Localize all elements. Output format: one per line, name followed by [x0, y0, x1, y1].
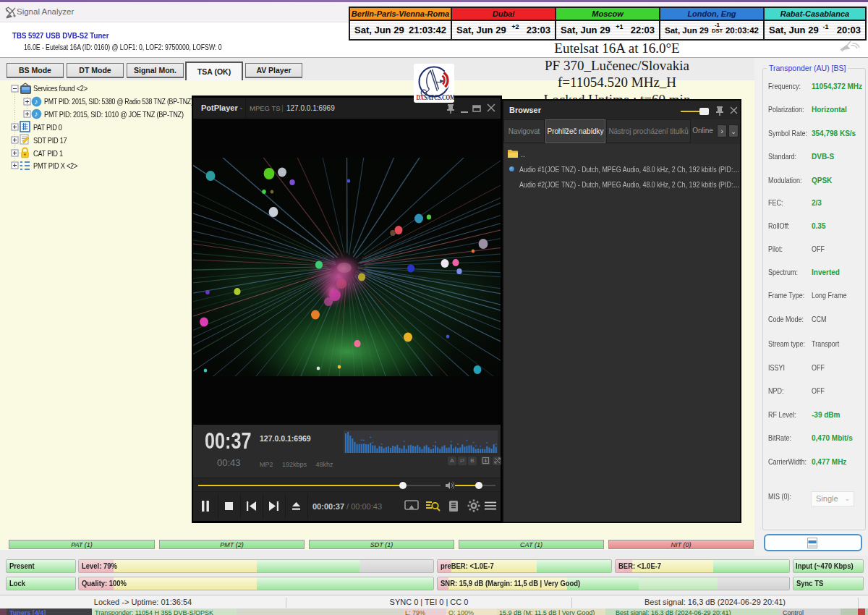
svg-text:♪: ♪ — [34, 110, 38, 118]
svg-text:DXSATCS.COM: DXSATCS.COM — [417, 93, 455, 101]
svg-text:♪: ♪ — [34, 98, 38, 106]
